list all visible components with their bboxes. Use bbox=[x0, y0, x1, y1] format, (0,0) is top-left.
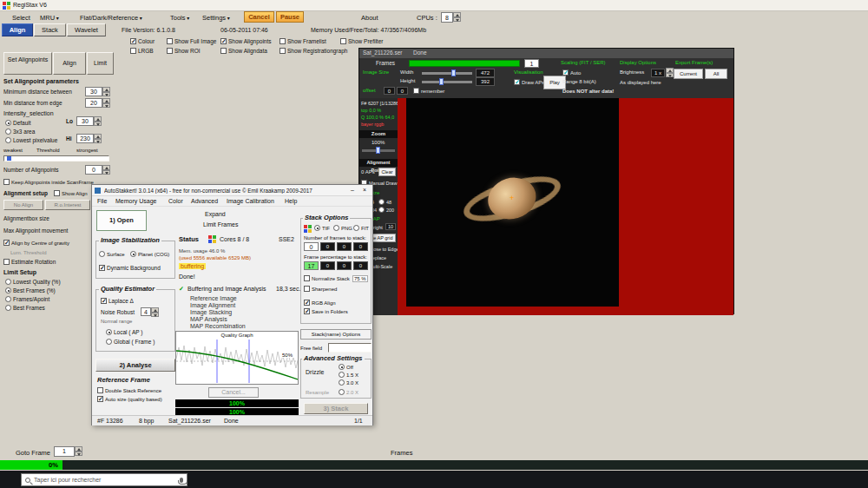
as3-titlebar[interactable]: AutoStakkert! 3.0.14 (x64) - free for no… bbox=[92, 185, 372, 196]
viewer-brightness-stepper[interactable] bbox=[666, 68, 674, 77]
viewer-frames-value[interactable]: 1 bbox=[524, 59, 539, 68]
as3-minimize-button[interactable]: – bbox=[351, 187, 354, 193]
pause-button[interactable]: Pause bbox=[276, 11, 304, 23]
pct-to-stack-3[interactable]: 0 bbox=[337, 261, 352, 270]
as3-cancel-button[interactable]: Cancel... bbox=[208, 387, 259, 398]
lrgb-checkbox[interactable] bbox=[130, 48, 136, 54]
fit-radio[interactable] bbox=[353, 225, 359, 231]
estimate-rotation-checkbox[interactable] bbox=[3, 259, 10, 265]
viewer-image-area[interactable]: + bbox=[398, 98, 733, 315]
hi-value[interactable]: 230 bbox=[76, 134, 94, 143]
frame-canvas[interactable]: + bbox=[406, 98, 619, 307]
rgb-align-checkbox[interactable] bbox=[304, 300, 310, 306]
noise-robust-stepper[interactable] bbox=[151, 307, 159, 317]
cpus-stepper[interactable] bbox=[453, 12, 461, 22]
zoom-slider[interactable] bbox=[362, 149, 395, 152]
show-full-image-checkbox[interactable] bbox=[167, 38, 173, 44]
tab-align[interactable]: Align bbox=[2, 23, 33, 36]
draw-aps-checkbox[interactable] bbox=[514, 79, 520, 85]
planet-cog-radio[interactable] bbox=[130, 251, 136, 257]
set-alignpoints-button[interactable]: Set Alignpoints bbox=[3, 52, 52, 75]
clear-aps-button[interactable]: Clear bbox=[378, 168, 396, 176]
intensity-lowest-radio[interactable] bbox=[5, 137, 11, 143]
num-alignpoints-value[interactable]: 0 bbox=[85, 165, 102, 175]
noise-robust-value[interactable]: 4 bbox=[141, 307, 151, 316]
ap-size-48-radio[interactable] bbox=[378, 199, 385, 205]
tab-wavelet[interactable]: Wavelet bbox=[67, 23, 106, 36]
viewer-height-slider-thumb[interactable] bbox=[439, 78, 444, 85]
show-align-checkbox[interactable] bbox=[54, 190, 60, 196]
colour-checkbox[interactable] bbox=[130, 38, 136, 44]
menu-tools[interactable]: Tools bbox=[170, 14, 189, 22]
pct-to-stack-4[interactable]: 0 bbox=[353, 261, 368, 270]
menu-about[interactable]: About bbox=[361, 14, 378, 22]
frames-to-stack-3[interactable]: 0 bbox=[337, 242, 352, 251]
normalize-pct-value[interactable]: 75 % bbox=[352, 275, 368, 282]
min-bright-value[interactable]: 10 bbox=[385, 223, 396, 230]
viewer-frames-slider[interactable] bbox=[409, 60, 520, 67]
intensity-default-radio[interactable] bbox=[5, 120, 11, 126]
save-in-folders-checkbox[interactable] bbox=[304, 308, 310, 314]
show-roi-checkbox[interactable] bbox=[167, 48, 173, 54]
ap-size-200-radio[interactable] bbox=[378, 207, 385, 213]
show-alignpoints-checkbox[interactable] bbox=[220, 38, 227, 44]
zoom-slider-thumb[interactable] bbox=[376, 147, 380, 154]
no-align-button[interactable]: No Align bbox=[3, 200, 43, 210]
open-button[interactable]: 1) Open bbox=[96, 210, 147, 231]
remember-checkbox[interactable] bbox=[413, 88, 419, 94]
show-registrationgraph-checkbox[interactable] bbox=[279, 48, 286, 54]
keep-inside-checkbox[interactable] bbox=[3, 179, 10, 185]
goto-frame-stepper[interactable] bbox=[75, 446, 82, 456]
threshold-slider[interactable] bbox=[3, 155, 109, 162]
viewer-width-slider-thumb[interactable] bbox=[451, 69, 456, 76]
viewer-height-slider[interactable] bbox=[422, 81, 472, 83]
as3-menu-color[interactable]: Color bbox=[168, 198, 183, 204]
frames-to-stack-4[interactable]: 0 bbox=[353, 242, 368, 251]
global-frame-radio[interactable] bbox=[106, 339, 112, 345]
viewer-brightness-value[interactable]: 1 x bbox=[651, 69, 665, 77]
menu-flat-dark-reference[interactable]: Flat/Dark/Reference bbox=[80, 14, 142, 22]
viewer-offset-y[interactable]: 0 bbox=[397, 87, 408, 95]
auto-size-checkbox[interactable] bbox=[97, 396, 103, 402]
lo-value[interactable]: 30 bbox=[76, 116, 94, 126]
surface-radio[interactable] bbox=[99, 251, 105, 257]
lowest-quality-radio[interactable] bbox=[5, 279, 11, 285]
show-framelist-checkbox[interactable] bbox=[279, 38, 286, 44]
drizzle-30x-radio[interactable] bbox=[339, 379, 345, 386]
menu-settings[interactable]: Settings bbox=[202, 14, 230, 22]
as3-menu-help[interactable]: Help bbox=[285, 198, 297, 204]
free-field-input[interactable] bbox=[328, 343, 372, 353]
num-alignpoints-stepper[interactable] bbox=[102, 165, 110, 175]
roi-button[interactable]: R.o.Interest bbox=[45, 200, 90, 210]
centre-gravity-checkbox[interactable] bbox=[3, 240, 10, 246]
as3-menu-file[interactable]: File bbox=[97, 198, 107, 204]
png-radio[interactable] bbox=[333, 225, 339, 231]
viewer-width-value[interactable]: 472 bbox=[476, 69, 495, 77]
as3-menu-memory-usage[interactable]: Memory Usage bbox=[115, 198, 156, 204]
min-distance-value[interactable]: 30 bbox=[85, 87, 102, 96]
as3-menu-advanced[interactable]: Advanced bbox=[191, 198, 218, 204]
tif-radio[interactable] bbox=[314, 225, 320, 231]
pct-to-stack-1[interactable]: 17 bbox=[304, 261, 319, 270]
min-edge-stepper[interactable] bbox=[102, 98, 110, 108]
viewer-titlebar[interactable]: Sat_211226.ser Done bbox=[359, 49, 733, 58]
stack-button[interactable]: 3) Stack bbox=[304, 403, 368, 414]
viewer-offset-x[interactable]: 0 bbox=[384, 87, 395, 95]
drizzle-off-radio[interactable] bbox=[339, 364, 345, 370]
dynamic-background-checkbox[interactable] bbox=[99, 265, 105, 271]
limit-frames-label[interactable]: Limit Frames bbox=[203, 221, 238, 228]
viewer-range-label[interactable]: Range 8 bit(A) bbox=[562, 79, 596, 84]
intensity-3x3-radio[interactable] bbox=[5, 129, 11, 135]
tab-stack[interactable]: Stack bbox=[34, 23, 66, 36]
lo-stepper[interactable] bbox=[94, 116, 102, 126]
hi-stepper[interactable] bbox=[94, 134, 102, 143]
taskbar-search-box[interactable]: Taper ici pour rechercher bbox=[21, 473, 187, 486]
show-prefilter-checkbox[interactable] bbox=[340, 38, 346, 44]
frames-to-stack-2[interactable]: 0 bbox=[320, 242, 335, 251]
drizzle-15x-radio[interactable] bbox=[339, 372, 345, 378]
pct-to-stack-2[interactable]: 0 bbox=[320, 261, 335, 270]
stackname-options-button[interactable]: Stack(name) Options bbox=[300, 329, 372, 340]
viewer-height-value[interactable]: 392 bbox=[476, 77, 495, 86]
expand-label[interactable]: Expand bbox=[205, 211, 226, 217]
limit-button[interactable]: Limit bbox=[87, 52, 114, 75]
